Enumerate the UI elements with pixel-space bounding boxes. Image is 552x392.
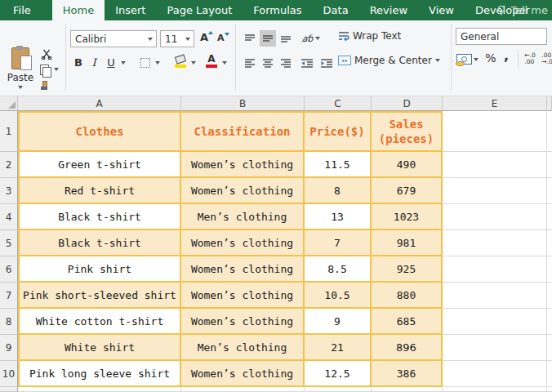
align-right-button[interactable]	[278, 55, 294, 71]
cell-classification[interactable]: Women’s clothing	[181, 152, 305, 178]
cell-sales[interactable]: 386	[372, 361, 443, 387]
align-left-button[interactable]	[242, 55, 258, 71]
cell-clothes[interactable]: Black t-shirt	[18, 230, 181, 256]
cell-price[interactable]: 10.5	[305, 283, 372, 309]
cell-price[interactable]: 8	[305, 178, 372, 204]
cell-price[interactable]: 11.5	[305, 152, 372, 178]
row-header[interactable]: 4	[0, 204, 18, 230]
cell-classification[interactable]: Women’s clothing	[181, 283, 305, 309]
empty-cell[interactable]	[443, 387, 547, 392]
cell-classification[interactable]: Men’s clothing	[181, 335, 305, 361]
cell-classification[interactable]: Men’s clothing	[181, 204, 305, 230]
font-color-button[interactable]: A	[204, 53, 219, 69]
empty-cell[interactable]	[443, 111, 547, 152]
row-header[interactable]: 9	[0, 335, 18, 361]
column-header-E[interactable]: E	[443, 96, 547, 111]
cell-clothes[interactable]: Red t-shirt	[18, 178, 181, 204]
tab-data[interactable]: Data	[313, 0, 359, 20]
italic-button[interactable]: I	[88, 55, 100, 69]
middle-align-button[interactable]	[260, 30, 276, 47]
empty-cell[interactable]	[443, 335, 547, 361]
font-size-combobox[interactable]: 11	[160, 30, 194, 47]
merge-center-button[interactable]: ↔ Merge & Center	[338, 55, 440, 66]
fill-color-button[interactable]	[173, 53, 188, 69]
bottom-align-button[interactable]	[278, 30, 294, 47]
cell-price[interactable]: 12.5	[305, 361, 372, 387]
empty-cell[interactable]	[372, 387, 443, 392]
cell-sales[interactable]: 981	[372, 230, 443, 256]
column-header-A[interactable]: A	[18, 96, 181, 111]
empty-cell[interactable]	[443, 178, 547, 204]
empty-cell[interactable]	[443, 361, 547, 387]
cell-classification[interactable]: Women’s clothing	[181, 256, 305, 283]
cell-sales[interactable]: 896	[372, 335, 443, 361]
accounting-dropdown-arrow[interactable]	[474, 58, 479, 61]
orientation-button[interactable]: ab	[300, 32, 322, 45]
fill-color-dropdown-arrow[interactable]	[191, 61, 196, 65]
tab-file[interactable]: File	[0, 0, 44, 20]
tab-review[interactable]: Review	[359, 0, 418, 20]
tab-home[interactable]: Home	[52, 0, 105, 20]
column-header-C[interactable]: C	[305, 96, 372, 111]
increase-decimal-button[interactable]: ←.0 .00	[523, 52, 537, 65]
cell-sales[interactable]: 490	[372, 152, 443, 178]
empty-cell[interactable]	[443, 230, 547, 256]
header-cell-clothes[interactable]: Clothes	[18, 111, 181, 152]
format-painter-button[interactable]	[36, 79, 52, 92]
column-header-D[interactable]: D	[372, 96, 443, 111]
cell-clothes[interactable]: White cotton t-shirt	[18, 309, 181, 335]
borders-dropdown-arrow[interactable]	[155, 61, 160, 65]
header-cell-classification[interactable]: Classification	[181, 111, 305, 152]
header-cell-sales[interactable]: Sales (pieces)	[372, 111, 443, 152]
empty-cell[interactable]	[18, 387, 181, 392]
cell-price[interactable]: 13	[305, 204, 372, 230]
copy-button[interactable]	[36, 63, 52, 76]
font-name-combobox[interactable]: Calibri	[70, 30, 157, 47]
cell-clothes[interactable]: Pink long sleeve shirt	[18, 361, 181, 387]
comma-style-button[interactable]: ,	[501, 48, 511, 63]
wrap-text-button[interactable]: Wrap Text	[338, 30, 401, 42]
number-format-combobox[interactable]: General	[456, 28, 547, 45]
cell-clothes[interactable]: Black t-shirt	[18, 204, 181, 230]
cell-price[interactable]: 21	[305, 335, 372, 361]
empty-cell[interactable]	[443, 309, 547, 335]
cell-sales[interactable]: 685	[372, 309, 443, 335]
percent-style-button[interactable]: %	[483, 51, 498, 65]
empty-cell[interactable]	[443, 152, 547, 178]
row-header[interactable]: 1	[0, 111, 18, 152]
underline-button[interactable]: U	[105, 55, 118, 69]
cell-classification[interactable]: Women’s clothing	[181, 230, 305, 256]
cell-clothes[interactable]: White shirt	[18, 335, 181, 361]
decrease-font-size-button[interactable]: A	[217, 33, 229, 43]
row-header[interactable]: 7	[0, 283, 18, 309]
cell-clothes[interactable]: Pink short-sleeved shirt	[18, 283, 181, 309]
align-center-button[interactable]	[260, 55, 276, 71]
empty-cell[interactable]	[181, 387, 305, 392]
cell-classification[interactable]: Women’s clothing	[181, 309, 305, 335]
cell-sales[interactable]: 880	[372, 283, 443, 309]
empty-cell[interactable]	[443, 256, 547, 283]
empty-cell[interactable]	[443, 204, 547, 230]
accounting-format-button[interactable]	[456, 51, 472, 66]
row-header[interactable]: 8	[0, 309, 18, 335]
copy-dropdown-arrow[interactable]	[54, 68, 59, 71]
row-header[interactable]: 10	[0, 361, 18, 387]
decrease-decimal-button[interactable]: .00 →.0	[540, 52, 552, 65]
column-header-B[interactable]: B	[181, 96, 305, 111]
cell-classification[interactable]: Women’s clothing	[181, 361, 305, 387]
decrease-indent-button[interactable]	[299, 55, 315, 71]
cell-price[interactable]: 7	[305, 230, 372, 256]
increase-indent-button[interactable]	[318, 55, 335, 71]
select-all-button[interactable]	[0, 96, 18, 111]
paste-button[interactable]: Paste	[4, 45, 37, 99]
tab-view[interactable]: View	[418, 0, 465, 20]
cell-classification[interactable]: Women’s clothing	[181, 178, 305, 204]
cut-button[interactable]	[38, 47, 56, 61]
increase-font-size-button[interactable]: A	[200, 31, 213, 43]
cell-sales[interactable]: 1023	[372, 204, 443, 230]
tab-page-layout[interactable]: Page Layout	[156, 0, 243, 20]
cell-sales[interactable]: 679	[372, 178, 443, 204]
font-color-dropdown-arrow[interactable]	[222, 61, 227, 65]
underline-dropdown-arrow[interactable]	[121, 61, 126, 65]
empty-cell[interactable]	[305, 387, 372, 392]
